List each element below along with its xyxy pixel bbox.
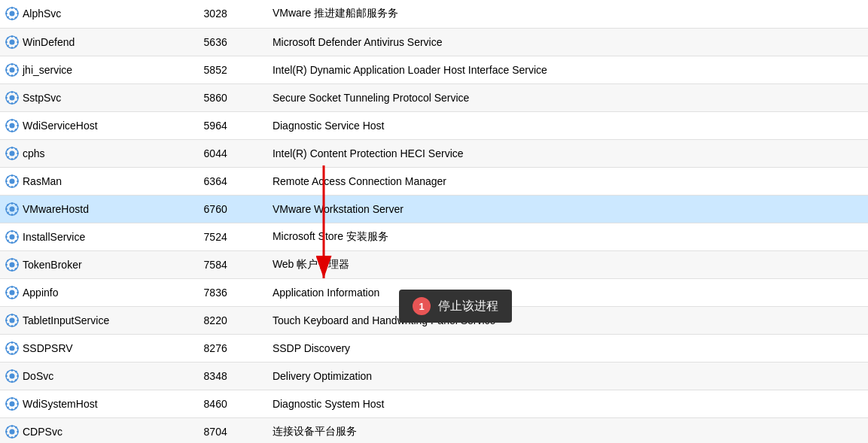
service-name-cell: WdiServiceHost: [0, 111, 198, 139]
service-pid: 5860: [198, 83, 266, 111]
svg-rect-3: [11, 18, 13, 20]
svg-rect-74: [5, 208, 8, 210]
services-table: AlphSvc 3028 VMware 推进建船邮服务务 WinDefend 5…: [0, 0, 868, 443]
service-name-cell: SstpSvc: [0, 83, 198, 111]
table-row[interactable]: TokenBroker 7584 Web 帐户管理器: [0, 250, 868, 278]
table-row[interactable]: VMwareHostd 6760 VMware Workstation Serv…: [0, 195, 868, 223]
svg-rect-143: [11, 408, 13, 411]
service-name-cell: DoSvc: [0, 362, 198, 390]
table-row[interactable]: InstallService 7524 Microsoft Store 安装服务: [0, 223, 868, 250]
service-name: RasMan: [23, 175, 62, 187]
service-name-cell: Appinfo: [0, 278, 198, 306]
svg-rect-5: [17, 13, 19, 14]
service-name: TabletInputService: [23, 314, 109, 326]
svg-point-111: [10, 317, 15, 323]
service-pid: 5964: [198, 111, 266, 139]
service-pid: 8460: [198, 390, 266, 417]
service-name: InstallService: [23, 231, 85, 243]
table-row[interactable]: WdiSystemHost 8460 Diagnostic System Hos…: [0, 390, 868, 417]
svg-rect-44: [5, 125, 8, 126]
service-name: TokenBroker: [23, 259, 82, 271]
service-name: WdiSystemHost: [23, 398, 98, 410]
svg-rect-62: [11, 174, 13, 177]
svg-rect-55: [17, 153, 19, 154]
svg-rect-124: [5, 347, 8, 349]
service-name: WdiServiceHost: [23, 120, 98, 132]
svg-rect-83: [11, 241, 13, 244]
table-row[interactable]: DoSvc 8348 Delivery Optimization: [0, 362, 868, 390]
service-description: VMware Workstation Server: [266, 195, 868, 223]
table-row[interactable]: RasMan 6364 Remote Access Connection Man…: [0, 167, 868, 195]
service-description: Web 帐户管理器: [266, 250, 868, 278]
service-pid: 6044: [198, 139, 266, 167]
svg-rect-113: [11, 325, 13, 327]
service-icon: [5, 424, 20, 439]
service-icon: [5, 396, 20, 411]
table-row[interactable]: SstpSvc 5860 Secure Socket Tunneling Pro…: [0, 83, 868, 111]
svg-rect-122: [11, 341, 13, 344]
service-pid: 3028: [198, 0, 266, 28]
svg-rect-102: [11, 286, 13, 288]
table-row[interactable]: WinDefend 5636 Microsoft Defender Antivi…: [0, 28, 868, 56]
service-name: CDPSvc: [23, 426, 62, 438]
svg-rect-65: [17, 181, 19, 182]
svg-rect-35: [17, 97, 19, 99]
service-name: VMwareHostd: [23, 203, 89, 215]
service-name: jhi_service: [23, 64, 72, 76]
svg-point-81: [10, 234, 15, 239]
service-name-cell: TokenBroker: [0, 250, 198, 278]
table-row[interactable]: AlphSvc 3028 VMware 推进建船邮服务务: [0, 0, 868, 28]
svg-point-51: [10, 150, 15, 156]
svg-rect-25: [17, 69, 19, 71]
table-row[interactable]: WdiServiceHost 5964 Diagnostic Service H…: [0, 111, 868, 139]
table-row[interactable]: CDPSvc 8704 连接设备平台服务: [0, 417, 868, 443]
table-row[interactable]: jhi_service 5852 Intel(R) Dynamic Applic…: [0, 56, 868, 83]
service-name-cell: WdiSystemHost: [0, 390, 198, 417]
service-description: Remote Access Connection Manager: [266, 167, 868, 195]
service-name-cell: CDPSvc: [0, 417, 198, 443]
svg-rect-153: [11, 436, 13, 438]
svg-rect-43: [11, 130, 13, 132]
svg-point-41: [10, 123, 15, 128]
svg-rect-145: [17, 403, 19, 405]
service-name-cell: SSDPSRV: [0, 334, 198, 362]
svg-rect-152: [11, 425, 13, 427]
table-row[interactable]: SSDPSRV 8276 SSDP Discovery: [0, 334, 868, 362]
svg-rect-53: [11, 158, 13, 160]
svg-point-101: [10, 290, 15, 295]
svg-rect-24: [5, 69, 8, 71]
service-icon: [5, 90, 20, 105]
svg-rect-54: [5, 153, 8, 154]
service-icon: [5, 62, 20, 77]
svg-rect-72: [11, 202, 13, 205]
table-row[interactable]: cphs 6044 Intel(R) Content Protection HE…: [0, 139, 868, 167]
svg-rect-14: [5, 41, 8, 43]
service-description: Touch Keyboard and Handwriting Panel Ser…: [266, 306, 868, 334]
svg-point-151: [10, 429, 15, 434]
table-row[interactable]: TabletInputService 8220 Touch Keyboard a…: [0, 306, 868, 334]
svg-rect-84: [5, 236, 8, 238]
service-description: Microsoft Store 安装服务: [266, 223, 868, 250]
svg-point-141: [10, 401, 15, 406]
svg-point-71: [10, 206, 15, 211]
service-description: Application Information: [266, 278, 868, 306]
service-name-cell: InstallService: [0, 223, 198, 250]
svg-rect-93: [11, 269, 13, 272]
service-name-cell: WinDefend: [0, 28, 198, 56]
service-icon: [5, 118, 20, 133]
service-description: Diagnostic System Host: [266, 390, 868, 417]
service-description: SSDP Discovery: [266, 334, 868, 362]
svg-rect-23: [11, 74, 13, 77]
svg-rect-95: [17, 264, 19, 265]
svg-rect-32: [11, 91, 13, 93]
service-description: Intel(R) Dynamic Application Loader Host…: [266, 56, 868, 83]
svg-rect-64: [5, 181, 8, 182]
svg-rect-135: [17, 375, 19, 377]
service-icon: [5, 174, 20, 189]
service-icon: [5, 313, 20, 328]
table-row[interactable]: Appinfo 7836 Application Information: [0, 278, 868, 306]
service-pid: 7584: [198, 250, 266, 278]
svg-rect-92: [11, 258, 13, 260]
service-pid: 6364: [198, 167, 266, 195]
service-icon: [5, 146, 20, 161]
